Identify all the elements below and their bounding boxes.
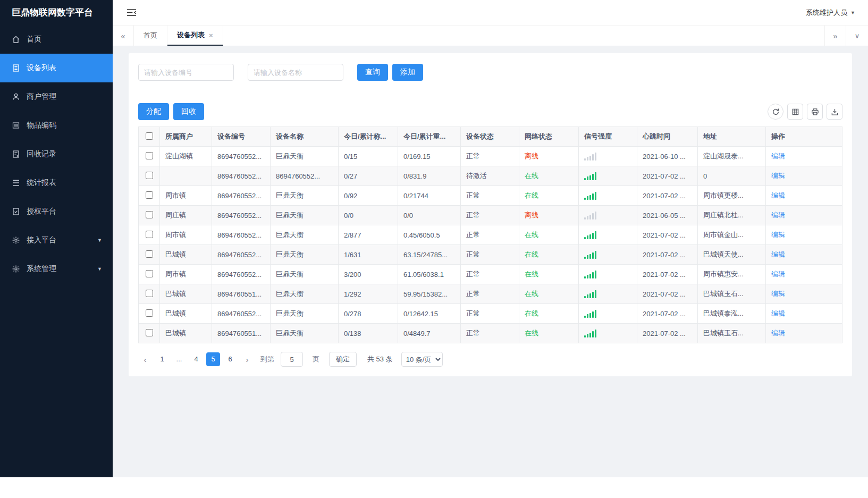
cell-today-weight: 0/12642.15 [398, 304, 461, 324]
device-name-input[interactable] [248, 64, 343, 81]
goto-page-input[interactable] [281, 352, 303, 367]
goto-label: 到第 [260, 354, 274, 364]
cell-address: 淀山湖晟泰... [698, 147, 766, 166]
cell-today-count: 1/292 [339, 284, 398, 304]
pagination: ‹ 1...456 › 到第 页 确定 共 53 条 10 条/页 [138, 352, 842, 367]
tab-home[interactable]: 首页 [134, 26, 167, 46]
edit-link[interactable]: 编辑 [771, 250, 785, 258]
column-header: 今日/累计称... [339, 127, 398, 147]
print-icon[interactable] [807, 104, 823, 120]
sidebar-item-authorization-platform[interactable]: 授权平台 [0, 197, 113, 226]
tab-device-list[interactable]: 设备列表× [167, 26, 223, 46]
chevron-down-icon: ▼ [850, 10, 855, 15]
edit-link[interactable]: 编辑 [771, 290, 785, 298]
app-title: 巨鼎物联网数字平台 [0, 0, 113, 25]
sidebar-item-device-list[interactable]: 设备列表 [0, 54, 113, 82]
cell-device-no: 8694760552... [212, 166, 271, 186]
cell-today-weight: 0/21744 [398, 186, 461, 206]
column-header: 所属商户 [160, 127, 212, 147]
cell-merchant: 巴城镇 [160, 304, 212, 324]
sidebar-item-recycle-records[interactable]: 回收记录 [0, 140, 113, 168]
row-checkbox[interactable] [146, 309, 153, 317]
column-settings-icon[interactable] [787, 104, 803, 120]
menu-fold-icon[interactable] [124, 6, 138, 20]
sidebar-item-system-management[interactable]: 系统管理▼ [0, 255, 113, 283]
row-checkbox[interactable] [146, 191, 153, 199]
row-checkbox[interactable] [146, 329, 153, 336]
toolbar-icons [768, 104, 842, 120]
prev-page-icon[interactable]: ‹ [138, 352, 152, 367]
sidebar-item-label: 设备列表 [27, 63, 56, 73]
tabs-menu-icon[interactable]: ∨ [846, 26, 868, 46]
row-checkbox[interactable] [146, 250, 153, 258]
row-checkbox[interactable] [146, 270, 153, 277]
cell-heartbeat: 2021-07-02 ... [637, 304, 698, 324]
add-button[interactable]: 添加 [392, 64, 423, 81]
column-header: 网络状态 [519, 127, 579, 147]
export-icon[interactable] [827, 104, 842, 120]
cell-network-status: 在线 [519, 166, 579, 186]
row-checkbox[interactable] [146, 290, 153, 297]
page-size-select[interactable]: 10 条/页 [401, 352, 443, 367]
cell-network-status: 在线 [519, 324, 579, 343]
sidebar-item-item-code[interactable]: 物品编码 [0, 111, 113, 140]
query-button[interactable]: 查询 [357, 64, 388, 81]
device-no-input[interactable] [138, 64, 234, 81]
edit-link[interactable]: 编辑 [771, 211, 785, 219]
edit-link[interactable]: 编辑 [771, 152, 785, 160]
tabs: 首页设备列表× [134, 26, 223, 46]
cell-device-name: 巨鼎天衡 [271, 206, 339, 225]
cell-heartbeat: 2021-06-05 ... [637, 206, 698, 225]
cell-address: 周庄镇北桂... [698, 206, 766, 225]
cell-address: 周市镇惠安... [698, 265, 766, 284]
row-checkbox[interactable] [146, 172, 153, 179]
row-checkbox[interactable] [146, 231, 153, 238]
close-icon[interactable]: × [209, 31, 213, 39]
page-number-4[interactable]: 4 [189, 352, 203, 366]
edit-link[interactable]: 编辑 [771, 172, 785, 180]
topbar: 系统维护人员 ▼ [113, 0, 868, 25]
tabs-scroll-left-icon[interactable]: « [113, 26, 134, 46]
cell-merchant [160, 166, 212, 186]
tabs-scroll-right-icon[interactable]: » [824, 26, 846, 46]
edit-link[interactable]: 编辑 [771, 270, 785, 278]
column-header: 设备名称 [271, 127, 339, 147]
next-page-icon[interactable]: › [240, 352, 254, 367]
cell-signal [579, 225, 637, 245]
allocate-button[interactable]: 分配 [138, 103, 169, 120]
sidebar-item-statistics-report[interactable]: 统计报表 [0, 168, 113, 197]
cell-actions: 编辑 [766, 324, 842, 343]
edit-link[interactable]: 编辑 [771, 329, 785, 337]
select-all-checkbox[interactable] [146, 132, 153, 140]
user-menu[interactable]: 系统维护人员 ▼ [806, 8, 855, 18]
sidebar-item-home[interactable]: 首页 [0, 25, 113, 54]
row-select-cell [139, 284, 160, 304]
cell-today-weight: 0/0 [398, 206, 461, 225]
sidebar-item-label: 统计报表 [27, 178, 56, 188]
recycle-button[interactable]: 回收 [173, 103, 204, 120]
edit-link[interactable]: 编辑 [771, 231, 785, 239]
network-status-badge: 在线 [525, 309, 538, 317]
cell-device-no: 8694760552... [212, 304, 271, 324]
signal-strength-icon [584, 231, 631, 239]
gear-icon [12, 236, 20, 244]
page-number-6[interactable]: 6 [223, 352, 237, 366]
goto-confirm-button[interactable]: 确定 [329, 352, 357, 367]
page-number-1[interactable]: 1 [155, 352, 169, 366]
row-checkbox[interactable] [146, 211, 153, 218]
cell-network-status: 在线 [519, 225, 579, 245]
signal-strength-icon [584, 172, 631, 180]
device-table-body: 淀山湖镇8694760552...巨鼎天衡0/150/169.15正常离线202… [139, 147, 842, 343]
sidebar-item-merchant-management[interactable]: 商户管理 [0, 82, 113, 111]
sidebar-item-label: 首页 [27, 35, 41, 44]
sidebar-item-access-platform[interactable]: 接入平台▼ [0, 226, 113, 255]
page-number-5[interactable]: 5 [206, 352, 220, 366]
edit-link[interactable]: 编辑 [771, 309, 785, 317]
cell-actions: 编辑 [766, 147, 842, 166]
refresh-icon[interactable] [768, 104, 783, 120]
row-checkbox[interactable] [146, 152, 153, 159]
column-header: 地址 [698, 127, 766, 147]
edit-link[interactable]: 编辑 [771, 191, 785, 199]
device-list-card: 查询 添加 分配 回收 [129, 53, 852, 376]
cell-device-name: 巨鼎天衡 [271, 225, 339, 245]
